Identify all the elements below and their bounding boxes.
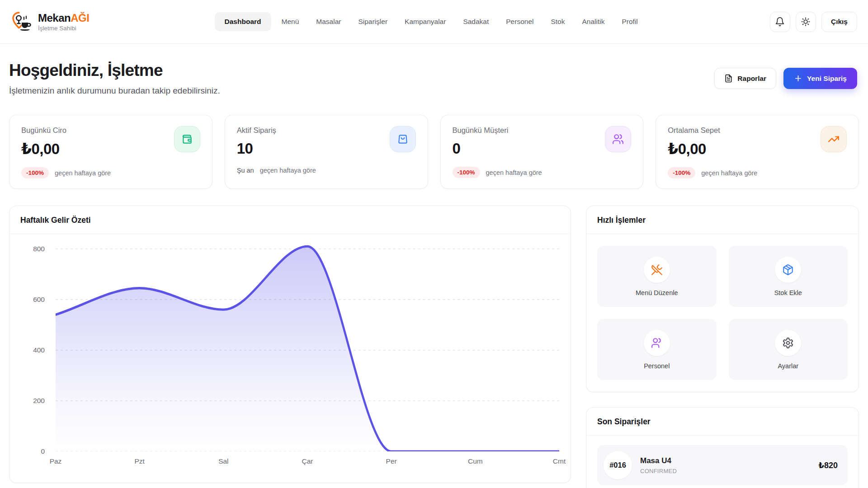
sun-icon (801, 17, 811, 27)
stat-value: 10 (237, 140, 276, 157)
reports-button-label: Raporlar (737, 75, 766, 83)
stat-note: geçen haftaya göre (55, 169, 111, 177)
nav-item-siparisler[interactable]: Siparişler (351, 12, 394, 31)
file-text-icon (724, 74, 733, 83)
recent-orders-card: Son Siparişler #016 Masa U4 CONFIRMED ₺8… (586, 407, 859, 488)
stat-label: Aktif Sipariş (237, 126, 276, 135)
stat-value: 0 (453, 140, 509, 157)
order-status: CONFIRMED (640, 468, 810, 474)
page-subtitle: İşletmenizin anlık durumunu buradan taki… (9, 86, 220, 96)
chart-y-axis: 0200400600800 (9, 241, 51, 451)
order-row[interactable]: #016 Masa U4 CONFIRMED ₺820 (597, 445, 848, 485)
recent-orders-title: Son Siparişler (586, 408, 859, 435)
order-amount: ₺820 (818, 460, 838, 470)
quick-action-staff[interactable]: Personel (597, 319, 717, 380)
trending-up-icon (821, 126, 847, 152)
new-order-button-label: Yeni Sipariş (807, 75, 847, 83)
quick-action-label: Ayarlar (778, 362, 798, 370)
utensils-crossed-icon (644, 257, 670, 283)
x-tick-label: Cmt (553, 457, 566, 465)
stat-label: Ortalama Sepet (668, 126, 720, 135)
x-tick-label: Pzt (134, 457, 144, 465)
stat-value: ₺0,00 (21, 140, 66, 158)
stat-label: Bugünkü Ciro (21, 126, 66, 135)
brand: MekanAĞI İşletme Sahibi (9, 10, 89, 33)
wallet-icon (174, 126, 200, 152)
stat-change-text: Şu an (237, 167, 254, 174)
nav-item-analitik[interactable]: Analitik (575, 12, 611, 31)
top-actions: Çıkış (770, 12, 857, 32)
order-name: Masa U4 (640, 456, 810, 465)
brand-subtitle: İşletme Sahibi (38, 25, 89, 32)
stat-value: ₺0,00 (668, 140, 720, 158)
y-tick-label: 600 (33, 296, 45, 304)
welcome-actions: Raporlar Yeni Sipariş (714, 68, 857, 89)
weekly-revenue-chart: 0200400600800 PazPz (9, 241, 571, 466)
users-icon (605, 126, 631, 152)
divider (9, 234, 571, 234)
quick-actions-title: Hızlı İşlemler (586, 206, 859, 234)
x-tick-label: Per (386, 457, 397, 465)
weekly-revenue-chart-card: Haftalık Gelir Özeti 0200400600800 (9, 206, 571, 483)
y-tick-label: 200 (33, 397, 45, 405)
stat-change-badge: -100% (668, 167, 695, 178)
brand-name: MekanAĞI (38, 12, 89, 24)
stat-note: geçen haftaya göre (486, 169, 542, 176)
nav-item-dashboard[interactable]: Dashboard (215, 12, 271, 31)
stat-note: geçen haftaya göre (701, 169, 757, 177)
notifications-button[interactable] (770, 12, 790, 32)
nav-item-masalar[interactable]: Masalar (309, 12, 348, 31)
stat-card-avg-basket: Ortalama Sepet ₺0,00 -100% geçen haftaya… (656, 115, 859, 189)
dashboard-main: Hoşgeldiniz, İşletme İşletmenizin anlık … (0, 61, 868, 488)
stat-card-active-orders: Aktif Sipariş 10 Şu an geçen haftaya gör… (225, 115, 428, 189)
stat-card-customers: Bugünkü Müşteri 0 -100% geçen haftaya gö… (440, 115, 644, 189)
gear-icon (775, 330, 801, 356)
y-tick-label: 800 (33, 245, 45, 253)
quick-action-edit-menu[interactable]: Menü Düzenle (597, 246, 717, 307)
x-tick-label: Çar (302, 457, 313, 465)
x-tick-label: Paz (50, 457, 62, 465)
nav-item-profil[interactable]: Profil (615, 12, 644, 31)
chart-plot-area (56, 241, 559, 451)
quick-action-settings[interactable]: Ayarlar (729, 319, 848, 380)
order-id-badge: #016 (604, 451, 632, 479)
logout-button[interactable]: Çıkış (821, 12, 857, 32)
quick-action-label: Stok Ekle (774, 289, 802, 296)
page-title: Hoşgeldiniz, İşletme (9, 61, 220, 80)
nav-item-sadakat[interactable]: Sadakat (456, 12, 495, 31)
nav-item-stok[interactable]: Stok (544, 12, 571, 31)
x-tick-label: Sal (218, 457, 228, 465)
stat-change-badge: -100% (21, 167, 49, 178)
brand-name-accent: AĞI (71, 12, 89, 24)
new-order-button[interactable]: Yeni Sipariş (783, 68, 857, 89)
shopping-bag-icon (390, 126, 416, 152)
quick-action-add-stock[interactable]: Stok Ekle (729, 246, 848, 307)
x-tick-label: Cum (468, 457, 483, 465)
quick-action-label: Personel (644, 362, 670, 370)
theme-toggle-button[interactable] (796, 12, 816, 32)
nav-item-personel[interactable]: Personel (499, 12, 540, 31)
brand-logo-icon (9, 10, 33, 33)
y-tick-label: 0 (41, 447, 45, 455)
reports-button[interactable]: Raporlar (714, 68, 776, 89)
welcome-section: Hoşgeldiniz, İşletme İşletmenizin anlık … (9, 61, 859, 96)
top-nav-bar: MekanAĞI İşletme Sahibi Dashboard Menü M… (0, 0, 868, 44)
stat-label: Bugünkü Müşteri (453, 126, 509, 135)
stats-row: Bugünkü Ciro ₺0,00 -100% geçen haftaya g… (9, 115, 859, 189)
y-tick-label: 400 (33, 346, 45, 354)
stat-change-badge: -100% (453, 167, 480, 178)
quick-actions-card: Hızlı İşlemler Menü Düzenle (586, 206, 859, 392)
users-icon (644, 330, 670, 356)
package-icon (775, 257, 801, 283)
chart-x-axis: PazPztSalÇarPerCumCmt (56, 455, 559, 466)
main-nav: Dashboard Menü Masalar Siparişler Kampan… (215, 12, 645, 31)
stat-note: geçen haftaya göre (260, 167, 316, 174)
stat-card-revenue: Bugünkü Ciro ₺0,00 -100% geçen haftaya g… (9, 115, 212, 189)
quick-action-label: Menü Düzenle (636, 289, 678, 296)
nav-item-menu[interactable]: Menü (275, 12, 306, 31)
chart-area-fill (56, 246, 559, 451)
plus-icon (794, 74, 802, 83)
nav-item-kampanyalar[interactable]: Kampanyalar (398, 12, 453, 31)
bell-icon (775, 17, 785, 27)
chart-title: Haftalık Gelir Özeti (9, 206, 571, 234)
